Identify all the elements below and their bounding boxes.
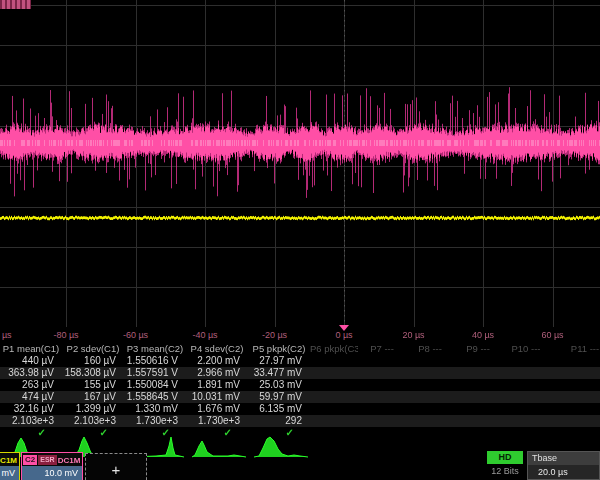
c1-scale-value: 10.0 mV: [0, 466, 19, 480]
measure-cell: 25.03 mV: [248, 379, 310, 391]
measure-cell: 1.891 mV: [186, 379, 248, 391]
c2-channel-badge: C2: [23, 455, 37, 465]
measure-cell: 2.103e+3: [62, 415, 124, 427]
measure-cell: [406, 403, 454, 415]
measure-cell: [310, 427, 358, 439]
measure-cell: [358, 391, 406, 403]
measure-cell: [454, 391, 502, 403]
timebase-value: 20.0 µs: [528, 465, 599, 479]
time-axis-tick: 20 µs: [402, 330, 424, 340]
top-left-badge[interactable]: [0, 0, 31, 9]
hd-mode-badge[interactable]: HD: [487, 451, 523, 464]
measure-cell: 292: [248, 415, 310, 427]
measure-cell: [550, 355, 600, 367]
measure-cell: [454, 415, 502, 427]
measure-cell: [502, 415, 550, 427]
measure-cell: [310, 355, 358, 367]
measure-cell: [358, 415, 406, 427]
measure-cell: [358, 403, 406, 415]
c2-scale-value: 10.0 mV: [22, 466, 82, 480]
measure-cell: [310, 415, 358, 427]
measure-cell: 2.966 mV: [186, 367, 248, 379]
measure-cell: 160 µV: [62, 355, 124, 367]
measure-cell: [358, 379, 406, 391]
measure-cell: 1.558645 V: [124, 391, 186, 403]
parameter-histicon[interactable]: [190, 436, 248, 458]
c2-coupling-label: DC1M: [58, 456, 81, 465]
measure-cell: [358, 427, 406, 439]
c1-coupling-label: DC1M: [0, 456, 17, 465]
add-trace-button[interactable]: +: [85, 453, 147, 480]
c2-esr-badge: ESR: [38, 455, 56, 465]
measure-cell: 440 µV: [0, 355, 62, 367]
timebase-descriptor[interactable]: Tbase 20.0 µs: [527, 451, 600, 480]
measure-cell: [454, 403, 502, 415]
measure-cell: 1.399 µV: [62, 403, 124, 415]
plus-icon: +: [112, 461, 121, 478]
measure-cell: 1.550084 V: [124, 379, 186, 391]
measure-cell: 2.200 mV: [186, 355, 248, 367]
measure-param-header[interactable]: P11 ---: [550, 342, 600, 355]
measure-param-header[interactable]: P1 mean(C1): [0, 342, 62, 355]
measure-param-header[interactable]: P5 pkpk(C2): [248, 342, 310, 355]
measure-cell: 1.557591 V: [124, 367, 186, 379]
measure-cell: 27.97 mV: [248, 355, 310, 367]
measure-cell: [406, 391, 454, 403]
measure-cell: 155 µV: [62, 379, 124, 391]
measure-cell: 263 µV: [0, 379, 62, 391]
time-axis-tick: -60 µs: [123, 330, 148, 340]
trigger-position-marker[interactable]: [339, 325, 349, 331]
measure-cell: [310, 391, 358, 403]
measure-cell: 1.676 mV: [186, 403, 248, 415]
time-axis-tick: -40 µs: [192, 330, 217, 340]
channel-c1-descriptor[interactable]: DC1M 10.0 mV: [0, 452, 20, 480]
measure-cell: 10.031 mV: [186, 391, 248, 403]
measure-cell: 32.16 µV: [0, 403, 62, 415]
measure-cell: [358, 367, 406, 379]
measure-cell: [550, 415, 600, 427]
measure-cell: [550, 379, 600, 391]
measure-cell: [454, 355, 502, 367]
measure-param-header[interactable]: P2 sdev(C1): [62, 342, 124, 355]
measure-cell: [502, 403, 550, 415]
measure-cell: [406, 355, 454, 367]
measure-cell: 2.103e+3: [0, 415, 62, 427]
time-axis-tick: 40 µs: [472, 330, 494, 340]
measure-cell: [550, 403, 600, 415]
measure-cell: 6.135 mV: [248, 403, 310, 415]
channel-c2-descriptor[interactable]: C2 ESR DC1M 10.0 mV: [21, 452, 83, 480]
waveform-grid: [0, 0, 600, 327]
measure-param-header[interactable]: P7 ---: [358, 342, 406, 355]
measure-cell: [454, 427, 502, 439]
measure-param-header[interactable]: P6 pkpk(C3): [310, 342, 358, 355]
time-axis-tick: -100 µs: [0, 330, 12, 340]
measure-cell: [502, 379, 550, 391]
measure-cell: 1.330 mV: [124, 403, 186, 415]
measure-cell: [550, 367, 600, 379]
measure-param-header[interactable]: P9 ---: [454, 342, 502, 355]
measure-cell: 1.730e+3: [124, 415, 186, 427]
measure-param-header[interactable]: P10 ---: [502, 342, 550, 355]
measure-param-header[interactable]: P4 sdev(C2): [186, 342, 248, 355]
measure-cell: 1.730e+3: [186, 415, 248, 427]
time-axis-tick: -20 µs: [262, 330, 287, 340]
measure-cell: [454, 379, 502, 391]
measure-cell: [502, 355, 550, 367]
time-axis-tick: 60 µs: [541, 330, 563, 340]
measure-param-header[interactable]: P8 ---: [406, 342, 454, 355]
measure-cell: 474 µV: [0, 391, 62, 403]
hd-bits-label: 12 Bits: [487, 466, 523, 476]
measure-cell: 1.550616 V: [124, 355, 186, 367]
measure-cell: [406, 367, 454, 379]
measure-cell: [310, 403, 358, 415]
measure-cell: [310, 379, 358, 391]
measure-cell: 33.477 mV: [248, 367, 310, 379]
measure-cell: [406, 379, 454, 391]
measure-cell: [550, 427, 600, 439]
parameter-histicon[interactable]: [252, 436, 310, 458]
oscilloscope-screen: -100 µs-80 µs-60 µs-40 µs-20 µs0 µs20 µs…: [0, 0, 600, 480]
measure-param-header[interactable]: P3 mean(C2): [124, 342, 186, 355]
measure-cell: [310, 367, 358, 379]
measure-cell: [358, 355, 406, 367]
measure-cell: [406, 427, 454, 439]
